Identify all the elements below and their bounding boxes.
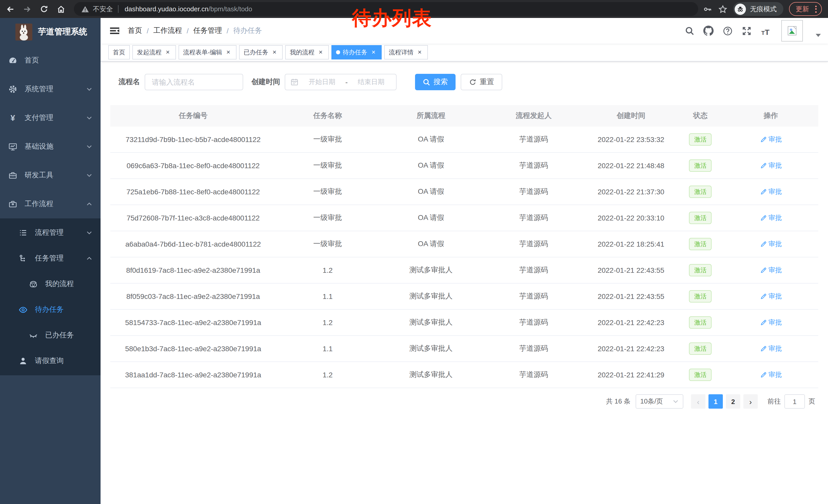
process-name-field xyxy=(145,74,243,90)
back-button[interactable] xyxy=(4,2,17,16)
status-badge: 激活 xyxy=(689,342,711,355)
edit-icon xyxy=(760,319,767,326)
close-icon[interactable] xyxy=(164,49,171,56)
breadcrumb-item[interactable]: 任务管理 xyxy=(194,26,222,35)
edit-icon xyxy=(760,240,767,247)
chevron-down-icon xyxy=(672,398,679,405)
close-icon[interactable] xyxy=(416,49,423,56)
approve-link[interactable]: 审批 xyxy=(760,161,782,170)
process-name-input[interactable] xyxy=(145,78,243,86)
tags-view: 首页 发起流程 流程表单-编辑 已办任务 我的流程 待办任务 流程详情 xyxy=(100,44,828,61)
date-range-picker[interactable]: 开始日期 - 结束日期 xyxy=(285,74,397,90)
page-size-select[interactable]: 10条/页 xyxy=(636,394,683,409)
divider xyxy=(118,5,119,13)
tab-home[interactable]: 首页 xyxy=(108,45,130,59)
help-icon[interactable] xyxy=(722,26,733,36)
sidebar-item-done-tasks[interactable]: 已办任务 xyxy=(0,322,100,348)
cell-initiator: 芋道源码 xyxy=(483,152,585,179)
close-icon[interactable] xyxy=(225,49,232,56)
home-button[interactable] xyxy=(54,2,68,16)
status-badge: 激活 xyxy=(689,290,711,303)
page-button-2[interactable]: 2 xyxy=(726,394,740,409)
breadcrumb-item[interactable]: 工作流程 xyxy=(153,26,182,35)
tab-process-detail[interactable]: 流程详情 xyxy=(384,45,428,59)
calendar-icon xyxy=(290,78,299,86)
sidebar-item-home[interactable]: 首页 xyxy=(0,46,100,75)
reset-button[interactable]: 重置 xyxy=(461,74,502,90)
cell-status: 激活 xyxy=(677,231,723,257)
approve-link[interactable]: 审批 xyxy=(760,239,782,248)
approve-link[interactable]: 审批 xyxy=(760,318,782,327)
cell-initiator: 芋道源码 xyxy=(483,127,585,152)
tab-todo-tasks[interactable]: 待办任务 xyxy=(331,45,382,59)
incognito-badge: 无痕模式 xyxy=(733,2,783,16)
monitor-icon xyxy=(8,142,17,151)
github-icon[interactable] xyxy=(703,26,714,36)
approve-link[interactable]: 审批 xyxy=(760,291,782,301)
cell-task-name: 1.1 xyxy=(276,283,379,310)
update-button[interactable]: 更新 xyxy=(789,2,822,16)
close-icon[interactable] xyxy=(317,49,324,56)
fullscreen-icon[interactable] xyxy=(741,26,752,36)
tab-my-process[interactable]: 我的流程 xyxy=(285,45,329,59)
goto-page-input[interactable] xyxy=(784,394,805,409)
approve-link[interactable]: 审批 xyxy=(760,213,782,222)
cell-task-id: 58154733-7ac8-11ec-a9e2-a2380e71991a xyxy=(110,310,276,335)
sidebar-item-todo-tasks[interactable]: 待办任务 xyxy=(0,297,100,322)
approve-link[interactable]: 审批 xyxy=(760,187,782,196)
tab-form-edit[interactable]: 流程表单-编辑 xyxy=(178,45,237,59)
forward-icon xyxy=(23,4,32,13)
goto-page: 前往 页 xyxy=(768,394,815,409)
forward-button[interactable] xyxy=(20,2,34,16)
prev-page-button[interactable] xyxy=(691,394,705,409)
search-icon[interactable] xyxy=(685,26,695,36)
sidebar-item-workflow[interactable]: 工作流程 xyxy=(0,190,100,218)
approve-link[interactable]: 审批 xyxy=(760,344,782,353)
sidebar: 芋道管理系统 首页 系统管理 ¥ 支付管理 基础设施 xyxy=(0,18,100,504)
edit-icon xyxy=(760,371,767,378)
approve-link[interactable]: 审批 xyxy=(760,265,782,275)
sidebar-item-process-mgmt[interactable]: 流程管理 xyxy=(0,220,100,245)
key-icon[interactable] xyxy=(703,4,713,13)
tree-icon xyxy=(18,254,28,263)
cell-actions: 审批 xyxy=(723,257,818,283)
approve-link[interactable]: 审批 xyxy=(760,370,782,379)
font-size-icon[interactable]: TT xyxy=(760,26,771,36)
col-create-time: 创建时间 xyxy=(585,105,677,127)
status-badge: 激活 xyxy=(689,186,711,198)
avatar-caret-icon[interactable] xyxy=(816,34,821,37)
process-name-label: 流程名 xyxy=(119,78,140,87)
search-button[interactable]: 搜索 xyxy=(415,74,456,90)
close-icon[interactable] xyxy=(370,49,377,56)
bookmark-star-icon[interactable] xyxy=(718,4,728,13)
app-logo-row[interactable]: 芋道管理系统 xyxy=(0,18,100,46)
page-button-1[interactable]: 1 xyxy=(708,394,723,409)
sidebar-collapse-button[interactable] xyxy=(105,21,124,40)
tab-start-process[interactable]: 发起流程 xyxy=(132,45,176,59)
cell-status: 激活 xyxy=(677,335,723,362)
sidebar-item-leave-query[interactable]: 请假查询 xyxy=(0,348,100,374)
avatar[interactable] xyxy=(781,20,803,42)
sidebar-item-system[interactable]: 系统管理 xyxy=(0,75,100,103)
sidebar-item-payment[interactable]: ¥ 支付管理 xyxy=(0,103,100,132)
navbar: 首页 / 工作流程 / 任务管理 / 待办任务 TT xyxy=(100,18,828,44)
tab-done-tasks[interactable]: 已办任务 xyxy=(239,45,283,59)
breadcrumb-separator: / xyxy=(227,27,229,35)
sidebar-item-task-mgmt[interactable]: 任务管理 xyxy=(0,245,100,271)
sidebar-item-my-process[interactable]: 我的流程 xyxy=(0,271,100,297)
chevron-up-icon xyxy=(86,201,92,207)
sidebar-item-devtools[interactable]: 研发工具 xyxy=(0,161,100,190)
col-initiator: 流程发起人 xyxy=(483,105,585,127)
cell-status: 激活 xyxy=(677,152,723,179)
next-page-button[interactable] xyxy=(743,394,758,409)
sidebar-item-label: 任务管理 xyxy=(35,254,86,263)
approve-link[interactable]: 审批 xyxy=(760,135,782,144)
breadcrumb-item[interactable]: 首页 xyxy=(128,26,142,35)
cell-initiator: 芋道源码 xyxy=(483,205,585,231)
cell-task-id: 580e1b3d-7ac8-11ec-a9e2-a2380e71991a xyxy=(110,335,276,362)
menu-kebab-icon[interactable] xyxy=(814,5,818,12)
close-icon[interactable] xyxy=(271,49,278,56)
sidebar-item-infra[interactable]: 基础设施 xyxy=(0,132,100,161)
cell-status: 激活 xyxy=(677,127,723,152)
reload-button[interactable] xyxy=(37,2,51,16)
